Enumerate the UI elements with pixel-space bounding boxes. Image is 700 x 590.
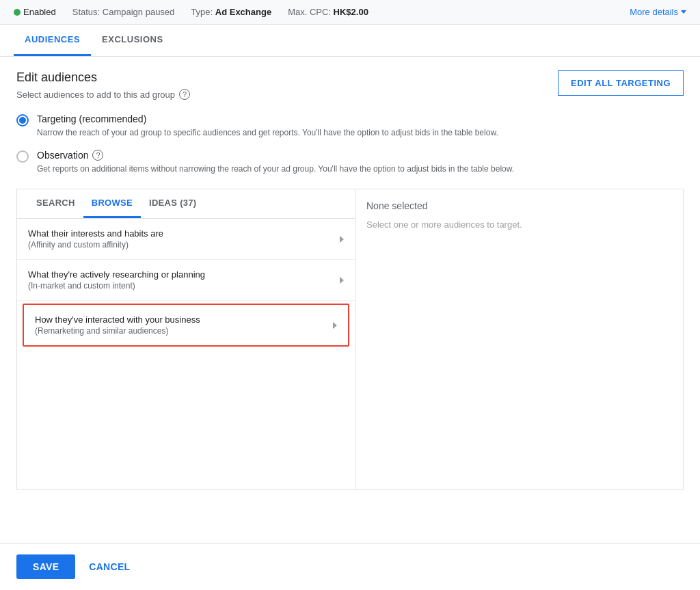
observation-option[interactable]: Observation ? Get reports on additional … bbox=[16, 150, 684, 175]
page-header: Edit audiences Select audiences to add t… bbox=[16, 70, 684, 100]
observation-help-icon[interactable]: ? bbox=[92, 150, 103, 161]
panel-tabs: SEARCH BROWSE IDEAS (37) bbox=[17, 189, 355, 219]
content-area: Edit audiences Select audiences to add t… bbox=[0, 57, 700, 503]
tab-search[interactable]: SEARCH bbox=[28, 189, 83, 218]
browse-item-remarketing-title: How they've interacted with your busines… bbox=[35, 314, 200, 325]
enabled-text: Enabled bbox=[23, 7, 56, 17]
enabled-dot bbox=[14, 9, 21, 16]
observation-title: Observation ? bbox=[37, 150, 514, 161]
tabs-bar: AUDIENCES EXCLUSIONS bbox=[0, 25, 700, 57]
type-item: Type: Ad Exchange bbox=[191, 7, 271, 17]
status-item: Status: Campaign paused bbox=[72, 7, 175, 17]
more-details-link[interactable]: More details bbox=[630, 7, 686, 17]
help-icon[interactable]: ? bbox=[179, 89, 190, 100]
cancel-button[interactable]: CANCEL bbox=[89, 561, 130, 572]
chevron-right-icon bbox=[333, 322, 337, 329]
cpc-item: Max. CPC: HK$2.00 bbox=[288, 7, 368, 17]
chevron-right-icon bbox=[340, 236, 344, 243]
tab-audiences[interactable]: AUDIENCES bbox=[14, 25, 91, 56]
radio-section: Targeting (recommended) Narrow the reach… bbox=[16, 113, 684, 175]
targeting-option[interactable]: Targeting (recommended) Narrow the reach… bbox=[16, 113, 684, 139]
browse-item-affinity[interactable]: What their interests and habits are (Aff… bbox=[17, 219, 355, 260]
chevron-down-icon bbox=[681, 10, 686, 14]
browse-item-remarketing[interactable]: How they've interacted with your busines… bbox=[23, 304, 349, 347]
footer-bar: SAVE CANCEL bbox=[0, 543, 700, 590]
targeting-desc: Narrow the reach of your ad group to spe… bbox=[37, 126, 498, 139]
left-panel: SEARCH BROWSE IDEAS (37) What their inte… bbox=[17, 189, 355, 489]
browse-item-remarketing-sub: (Remarketing and similar audiences) bbox=[35, 326, 200, 336]
tab-exclusions[interactable]: EXCLUSIONS bbox=[91, 25, 174, 56]
observation-radio[interactable] bbox=[16, 150, 29, 163]
browse-item-inmarket-sub: (In-market and custom intent) bbox=[28, 281, 205, 291]
header-left: Edit audiences Select audiences to add t… bbox=[16, 70, 190, 100]
main-content: AUDIENCES EXCLUSIONS Edit audiences Sele… bbox=[0, 25, 700, 585]
right-panel-desc: Select one or more audiences to target. bbox=[366, 219, 672, 230]
chevron-right-icon bbox=[340, 277, 344, 284]
tab-browse[interactable]: BROWSE bbox=[83, 189, 141, 218]
save-button[interactable]: SAVE bbox=[16, 554, 75, 579]
observation-label-block: Observation ? Get reports on additional … bbox=[37, 150, 514, 175]
targeting-label-block: Targeting (recommended) Narrow the reach… bbox=[37, 113, 498, 139]
page-title: Edit audiences bbox=[16, 70, 190, 85]
browse-item-inmarket[interactable]: What they're actively researching or pla… bbox=[17, 260, 355, 301]
targeting-radio[interactable] bbox=[16, 114, 29, 126]
enabled-status: Enabled bbox=[14, 7, 56, 17]
browse-item-affinity-title: What their interests and habits are bbox=[28, 228, 163, 239]
browse-item-inmarket-title: What they're actively researching or pla… bbox=[28, 269, 205, 280]
browse-item-affinity-sub: (Affinity and custom affinity) bbox=[28, 240, 163, 250]
top-bar: Enabled Status: Campaign paused Type: Ad… bbox=[0, 0, 700, 25]
right-panel-title: None selected bbox=[366, 200, 672, 211]
observation-desc: Get reports on additional items without … bbox=[37, 163, 514, 175]
tab-ideas[interactable]: IDEAS (37) bbox=[141, 189, 204, 218]
edit-all-targeting-button[interactable]: EDIT ALL TARGETING bbox=[558, 70, 684, 96]
page-subtitle: Select audiences to add to this ad group… bbox=[16, 89, 190, 100]
browse-panel: SEARCH BROWSE IDEAS (37) What their inte… bbox=[16, 189, 684, 490]
targeting-title: Targeting (recommended) bbox=[37, 113, 498, 124]
right-panel: None selected Select one or more audienc… bbox=[355, 189, 683, 489]
